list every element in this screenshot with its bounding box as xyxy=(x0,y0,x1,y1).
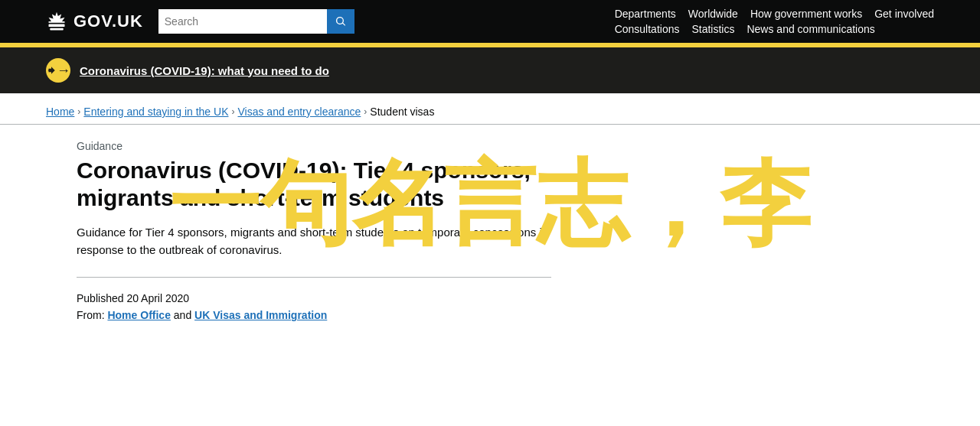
main-content: Guidance Coronavirus (COVID-19): Tier 4 … xyxy=(0,125,980,340)
crown-icon xyxy=(46,11,67,32)
from-uk-visas[interactable]: UK Visas and Immigration xyxy=(194,309,327,321)
nav-get-involved[interactable]: Get involved xyxy=(874,8,934,20)
breadcrumb-nav: Home › Entering and staying in the UK › … xyxy=(0,93,980,125)
search-form xyxy=(158,9,354,34)
nav-how-gov-works[interactable]: How government works xyxy=(750,8,862,20)
breadcrumb-home[interactable]: Home xyxy=(46,106,74,118)
meta-divider xyxy=(77,277,551,278)
from-line: From: Home Office and UK Visas and Immig… xyxy=(77,307,551,324)
breadcrumb-item: Student visas xyxy=(370,106,434,118)
arrow-right-icon xyxy=(46,63,57,77)
covid-link[interactable]: Coronavirus (COVID-19): what you need to… xyxy=(80,64,329,77)
from-separator: and xyxy=(174,309,194,321)
breadcrumb-separator: › xyxy=(77,106,80,117)
site-header: GOV.UK Departments Worldwide How governm… xyxy=(0,0,980,47)
from-home-office[interactable]: Home Office xyxy=(107,309,170,321)
content-tag: Guidance xyxy=(77,140,551,152)
published-label: Published xyxy=(77,292,124,304)
svg-rect-0 xyxy=(49,24,65,28)
breadcrumb-separator: › xyxy=(231,106,234,117)
search-icon xyxy=(335,15,347,28)
published-date: 20 April 2020 xyxy=(126,292,189,304)
search-button[interactable] xyxy=(327,9,354,34)
breadcrumb-entering[interactable]: Entering and staying in the UK xyxy=(83,106,228,118)
svg-marker-2 xyxy=(49,67,55,73)
published-line: Published 20 April 2020 xyxy=(77,290,551,307)
breadcrumb-current: Student visas xyxy=(370,106,434,118)
breadcrumb: Home › Entering and staying in the UK › … xyxy=(46,106,934,118)
covid-arrow-icon: → xyxy=(46,58,70,83)
nav-statistics[interactable]: Statistics xyxy=(691,23,734,35)
breadcrumb-visas[interactable]: Visas and entry clearance xyxy=(237,106,361,118)
breadcrumb-item: Entering and staying in the UK › xyxy=(83,106,234,118)
breadcrumb-item: Visas and entry clearance › xyxy=(237,106,367,118)
covid-banner: → Coronavirus (COVID-19): what you need … xyxy=(0,47,980,93)
from-label: From: xyxy=(77,309,105,321)
breadcrumb-item: Home › xyxy=(46,106,80,118)
nav-links: Departments Worldwide How government wor… xyxy=(615,8,934,35)
nav-worldwide[interactable]: Worldwide xyxy=(688,8,738,20)
gov-logo[interactable]: GOV.UK xyxy=(46,11,143,32)
search-input[interactable] xyxy=(158,9,327,34)
nav-news[interactable]: News and communications xyxy=(746,23,874,35)
nav-departments[interactable]: Departments xyxy=(615,8,676,20)
nav-consultations[interactable]: Consultations xyxy=(615,23,680,35)
meta-section: Published 20 April 2020 From: Home Offic… xyxy=(77,290,551,324)
breadcrumb-separator: › xyxy=(364,106,367,117)
svg-rect-1 xyxy=(50,28,64,31)
logo-text: GOV.UK xyxy=(74,11,143,31)
page-title: Coronavirus (COVID-19): Tier 4 sponsors,… xyxy=(77,157,551,212)
page-description: Guidance for Tier 4 sponsors, migrants a… xyxy=(77,224,551,259)
